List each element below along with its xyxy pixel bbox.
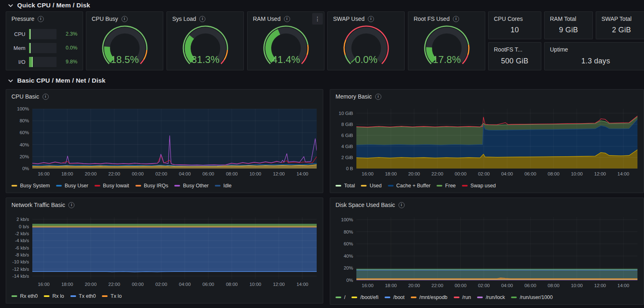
legend-item[interactable]: Swap used	[462, 183, 496, 189]
panel-uptime: Uptime 1.3 days	[544, 42, 644, 70]
y-tick-label: -6 kb/s	[15, 245, 29, 250]
legend-label: Tx lo	[110, 293, 122, 299]
panel-title[interactable]: RAM Used	[253, 16, 281, 22]
panel-title[interactable]: Disk Space Used Basic	[336, 202, 395, 208]
panel-title[interactable]: CPU Busy	[92, 16, 118, 22]
svg-text:41.4%: 41.4%	[272, 54, 299, 65]
x-tick-label: 08:00	[226, 171, 238, 176]
panel-title[interactable]: Uptime	[550, 46, 568, 53]
legend-item[interactable]: Cache + Buffer	[388, 183, 431, 189]
legend-label: /mnt/espodb	[419, 295, 448, 300]
legend-label: Busy User	[65, 183, 88, 189]
legend-item[interactable]: /run/user/1000	[511, 295, 553, 300]
chart-plot[interactable]	[356, 217, 637, 280]
x-axis: 16:0018:0020:0022:0000:0002:0004:0006:00…	[32, 171, 317, 178]
panel-menu-icon[interactable]	[312, 13, 323, 25]
panel-title[interactable]: Memory Basic	[336, 93, 372, 100]
info-icon[interactable]	[43, 94, 49, 100]
legend-item[interactable]: /run	[454, 295, 471, 300]
x-tick-label: 16:00	[362, 171, 374, 176]
x-tick-label: 08:00	[548, 171, 560, 176]
x-tick-label: 18:00	[61, 282, 73, 287]
info-icon[interactable]	[453, 16, 459, 22]
y-tick-label: 2 kb/s	[16, 217, 29, 222]
info-icon[interactable]	[199, 16, 205, 22]
x-tick-label: 06:00	[203, 282, 214, 287]
legend-label: Swap used	[471, 183, 496, 189]
legend-label: Rx lo	[52, 293, 64, 299]
panel-title[interactable]: Sys Load	[172, 16, 196, 22]
panel-cpu-basic: CPU Basic 0%20%40%60%80%100% 16:0018:002…	[6, 89, 323, 193]
bar-value: 9.8%	[60, 59, 77, 65]
legend-item[interactable]: /	[336, 295, 345, 300]
legend-swatch	[135, 185, 141, 187]
y-tick-label: -2 kb/s	[15, 231, 29, 236]
legend-item[interactable]: Tx eth0	[70, 293, 96, 299]
info-icon[interactable]	[399, 202, 405, 208]
legend-swatch	[437, 185, 442, 187]
panel-title[interactable]: Network Traffic Basic	[11, 202, 65, 208]
legend-item[interactable]: Tx lo	[102, 293, 122, 299]
x-tick-label: 12:00	[273, 282, 285, 287]
panel-title[interactable]: RAM Total	[550, 16, 576, 22]
info-icon[interactable]	[122, 16, 128, 22]
info-icon[interactable]	[375, 94, 381, 100]
section-title: Basic CPU / Mem / Net / Disk	[17, 77, 106, 84]
stat-value: 1.3 days	[545, 57, 644, 65]
legend-label: Busy Other	[183, 183, 209, 189]
panel-title[interactable]: RootFS T...	[494, 46, 522, 53]
panel-ram-used: RAM Used 41.4%	[247, 11, 324, 70]
info-icon[interactable]	[284, 16, 290, 22]
section-header-quick[interactable]: Quick CPU / Mem / Disk	[8, 1, 90, 10]
bar-gauge	[29, 43, 56, 53]
legend-item[interactable]: Busy Other	[174, 183, 209, 189]
legend-swatch	[351, 297, 357, 298]
legend-item[interactable]: Total	[336, 183, 355, 189]
legend-swatch	[511, 297, 517, 298]
legend-label: Used	[369, 183, 381, 189]
legend-item[interactable]: /boot	[385, 295, 405, 300]
legend-label: Tx eth0	[79, 293, 96, 299]
y-tick-label: -12 kb/s	[12, 267, 29, 272]
legend-item[interactable]: /mnt/espodb	[411, 295, 448, 300]
x-tick-label: 14:00	[297, 171, 308, 176]
panel-title[interactable]: CPU Basic	[11, 93, 39, 100]
panel-cpu-busy: CPU Busy 18.5%	[86, 11, 163, 70]
panel-title[interactable]: Root FS Used	[414, 16, 450, 22]
legend-item[interactable]: Used	[361, 183, 381, 189]
legend-item[interactable]: Busy System	[11, 183, 50, 189]
x-tick-label: 14:00	[297, 282, 308, 287]
legend-label: /run	[462, 295, 471, 300]
legend-label: Free	[445, 183, 456, 189]
legend-swatch	[336, 297, 341, 298]
stat-value: 10	[489, 26, 541, 34]
x-tick-label: 04:00	[501, 283, 513, 288]
x-axis: 16:0018:0020:0022:0000:0002:0004:0006:00…	[356, 283, 637, 290]
info-icon[interactable]	[38, 16, 44, 22]
panel-title[interactable]: SWAP Used	[333, 16, 365, 22]
legend-item[interactable]: Busy User	[56, 183, 88, 189]
legend-item[interactable]: Rx lo	[44, 293, 64, 299]
section-header-basic[interactable]: Basic CPU / Mem / Net / Disk	[8, 76, 106, 85]
legend-item[interactable]: /boot/efi	[351, 295, 378, 300]
panel-title[interactable]: CPU Cores	[494, 16, 523, 22]
legend-item[interactable]: /run/lock	[477, 295, 505, 300]
chart-plot[interactable]	[32, 217, 317, 279]
legend-label: Idle	[223, 183, 232, 189]
legend-item[interactable]: Idle	[215, 183, 232, 189]
legend-item[interactable]: Busy Iowait	[95, 183, 129, 189]
info-icon[interactable]	[68, 202, 74, 208]
panel-title[interactable]: Pressure	[11, 16, 34, 22]
chart-plot[interactable]	[356, 109, 637, 169]
info-icon[interactable]	[368, 16, 374, 22]
legend-item[interactable]: Rx eth0	[11, 293, 38, 299]
legend-item[interactable]: Busy IRQs	[135, 183, 169, 189]
panel-title[interactable]: SWAP Total	[601, 16, 632, 22]
x-tick-label: 06:00	[525, 171, 536, 176]
bar-fill	[29, 43, 31, 53]
panel-swap-used: SWAP Used 0.0%	[327, 11, 405, 70]
x-tick-label: 22:00	[432, 171, 444, 176]
legend-swatch	[385, 297, 390, 298]
legend-item[interactable]: Free	[437, 183, 456, 189]
chart-plot[interactable]	[32, 109, 317, 169]
